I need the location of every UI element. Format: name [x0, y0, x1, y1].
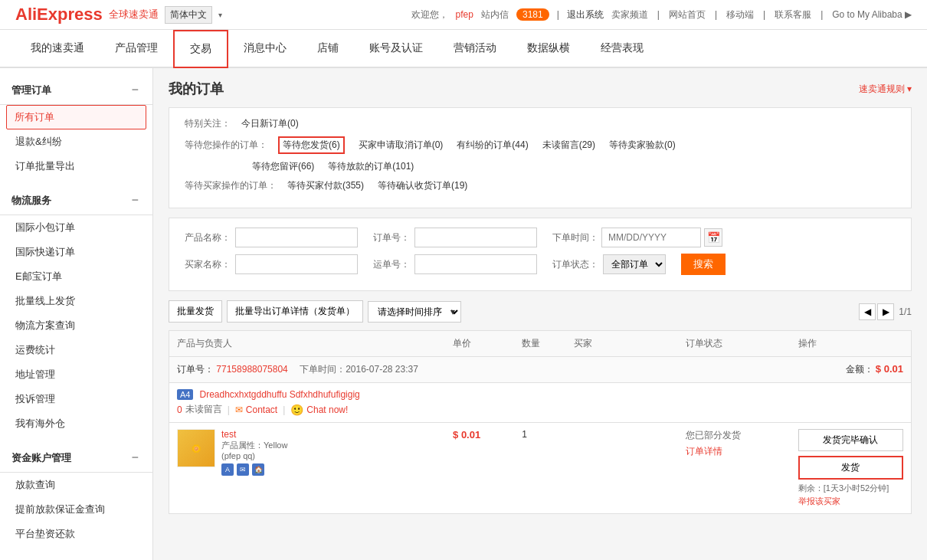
buyer-payment-link[interactable]: 等待买家付款(355): [287, 179, 364, 192]
seller-name[interactable]: Dreadhcxhxtgddhuffu Sdfxhdhufufigigig: [199, 389, 359, 400]
page-header: 我的订单 速卖通规则 ▾: [169, 80, 912, 98]
sep2: |: [715, 9, 717, 20]
nav-item-performance[interactable]: 经营表现: [585, 31, 659, 67]
divider-bar: |: [228, 404, 230, 415]
product-cell: 🌼 test 产品属性：Yellow (pfep qq) A ✉ 🏠: [169, 423, 446, 514]
date-input[interactable]: [601, 228, 701, 247]
report-buyer-link[interactable]: 举报该买家: [798, 496, 840, 506]
product-icon-3[interactable]: 🏠: [252, 463, 264, 476]
msg-badge[interactable]: 3181: [516, 8, 549, 21]
chat-now-link[interactable]: Chat now!: [306, 404, 348, 415]
top-right: 欢迎您， pfep 站内信 3181 | 退出系统 卖家频道 | 网站首页 | …: [411, 8, 912, 21]
page-info: 1/1: [899, 306, 912, 317]
calendar-icon[interactable]: 📅: [704, 228, 722, 247]
sidebar-item-refund[interactable]: 退款&纠纷: [0, 129, 152, 154]
today-new-orders-link[interactable]: 今日新订单(0): [241, 117, 299, 130]
sidebar-item-complaint[interactable]: 投诉管理: [0, 387, 152, 411]
sidebar-item-all-orders[interactable]: 所有订单: [6, 105, 146, 129]
envelope-icon: ✉: [235, 404, 243, 415]
mobile-link[interactable]: 移动端: [726, 8, 754, 21]
date-label: 下单时间：: [552, 231, 598, 244]
sidebar-item-batch-ship[interactable]: 批量线上发货: [0, 289, 152, 313]
seller-center-link[interactable]: 卖家频道: [611, 8, 648, 21]
order-no-input[interactable]: [414, 228, 537, 247]
buyer-cancel-link[interactable]: 买家申请取消订单(0): [359, 139, 444, 152]
pending-ship-link[interactable]: 等待您发货(6): [278, 136, 345, 154]
order-id-link[interactable]: 77158988075804: [216, 364, 287, 375]
nav-item-trade[interactable]: 交易: [173, 30, 228, 68]
buyer-confirm-link[interactable]: 等待确认收货订单(19): [378, 179, 467, 192]
stats-row-buyer: 等待买家操作的订单： 等待买家付款(355) 等待确认收货订单(19): [185, 179, 896, 192]
nav-item-data[interactable]: 数据纵横: [512, 31, 585, 67]
sidebar-item-address[interactable]: 地址管理: [0, 362, 152, 387]
dispute-link[interactable]: 有纠纷的订单(44): [457, 139, 528, 152]
confirm-delivery-button[interactable]: 发货完毕确认: [798, 429, 903, 451]
ship-button[interactable]: 发货: [798, 456, 903, 480]
sidebar-item-freight-stats[interactable]: 运费统计: [0, 338, 152, 362]
total-amount: $ 0.01: [876, 363, 903, 375]
contact-link[interactable]: Contact: [246, 404, 277, 415]
batch-export-button[interactable]: 批量导出订单详情（发货单）: [227, 300, 363, 323]
product-icon-1[interactable]: A: [221, 463, 234, 476]
nav-item-myaliexpress[interactable]: 我的速卖通: [15, 31, 100, 67]
welcome-text: 欢迎您，: [411, 8, 448, 21]
status-cell: 您已部分发货 订单详情: [678, 423, 790, 514]
sort-select[interactable]: 请选择时间排序: [368, 301, 461, 323]
home-link[interactable]: 网站首页: [669, 8, 706, 21]
tracking-input[interactable]: [414, 254, 537, 274]
product-name[interactable]: test: [221, 429, 287, 440]
sidebar-item-logistics-query[interactable]: 物流方案查询: [0, 313, 152, 338]
total-label: 金额：: [846, 364, 873, 375]
tracking-label: 运单号：: [373, 258, 410, 271]
nav-item-account[interactable]: 账号及认证: [354, 31, 438, 67]
lang-button[interactable]: 简体中文: [165, 6, 212, 24]
buyer-name-input[interactable]: [235, 254, 358, 274]
list-controls-left: 批量发货 批量导出订单详情（发货单） 请选择时间排序 ▾: [169, 300, 455, 323]
stats-row-pending2: 等待您留评(66) 等待放款的订单(101): [252, 160, 896, 173]
product-icon-2[interactable]: ✉: [237, 463, 249, 476]
lang-dropdown-icon[interactable]: ▾: [218, 11, 222, 19]
buyer-name-field: 买家名称：: [185, 254, 358, 274]
sidebar-item-repayment[interactable]: 平台垫资还款: [0, 522, 152, 546]
order-detail-link[interactable]: 订单详情: [686, 445, 782, 458]
next-page-button[interactable]: ▶: [877, 303, 894, 320]
collapse-finance-icon[interactable]: －: [129, 450, 141, 466]
sidebar-item-payment-query[interactable]: 放款查询: [0, 473, 152, 497]
remain-info: 剩余：[1天3小时52分钟]: [798, 483, 903, 494]
collapse-orders-icon[interactable]: －: [129, 82, 141, 98]
pending-review-link[interactable]: 等待您留评(66): [252, 160, 314, 173]
batch-ship-button[interactable]: 批量发货: [169, 300, 222, 323]
logout-link[interactable]: 退出系统: [567, 8, 604, 21]
rule-link[interactable]: 速卖通规则 ▾: [859, 83, 912, 96]
sidebar-item-overseas-warehouse[interactable]: 我有海外仓: [0, 411, 152, 436]
search-button[interactable]: 搜索: [681, 254, 726, 275]
pending-confirm-link[interactable]: 等待卖家验款(0): [609, 139, 676, 152]
nav-item-store[interactable]: 店铺: [302, 31, 354, 67]
collapse-logistics-icon[interactable]: －: [129, 192, 141, 208]
sidebar-section-finance: 资金账户管理 － 放款查询 提前放款保证金查询 平台垫资还款: [0, 444, 152, 546]
status-select[interactable]: 全部订单: [603, 254, 666, 274]
sidebar-item-intl-small[interactable]: 国际小包订单: [0, 215, 152, 240]
pending-release-link[interactable]: 等待放款的订单(101): [328, 160, 414, 173]
buyer-contact-row: 0 未读留言 | ✉ Contact | 🙂 Chat now!: [177, 403, 558, 416]
sidebar-item-epost[interactable]: E邮宝订单: [0, 264, 152, 289]
username-link[interactable]: pfep: [456, 9, 473, 20]
prev-page-button[interactable]: ◀: [859, 303, 876, 320]
nav-item-marketing[interactable]: 营销活动: [438, 31, 512, 67]
special-attention-label: 特别关注：: [185, 117, 231, 130]
product-details: test 产品属性：Yellow (pfep qq) A ✉ 🏠: [221, 429, 287, 476]
status-label: 订单状态：: [552, 258, 598, 271]
sidebar-item-intl-express[interactable]: 国际快递订单: [0, 240, 152, 264]
col-header-qty: 数量: [514, 331, 566, 357]
nav-item-messages[interactable]: 消息中心: [228, 31, 302, 67]
sidebar-item-batch-export[interactable]: 订单批量导出: [0, 154, 152, 178]
go-alibaba-link[interactable]: Go to My Alibaba ▶: [832, 9, 912, 20]
col-header-price: 单价: [445, 331, 514, 357]
pending-label: 等待您操作的订单：: [185, 139, 267, 152]
logo-sub: 全球速卖通: [109, 8, 159, 21]
sidebar-item-advance-payment[interactable]: 提前放款保证金查询: [0, 497, 152, 522]
service-link[interactable]: 联系客服: [775, 8, 811, 21]
nav-item-products[interactable]: 产品管理: [100, 31, 173, 67]
unread-msg-link[interactable]: 未读留言(29): [542, 139, 595, 152]
product-name-input[interactable]: [235, 228, 358, 247]
